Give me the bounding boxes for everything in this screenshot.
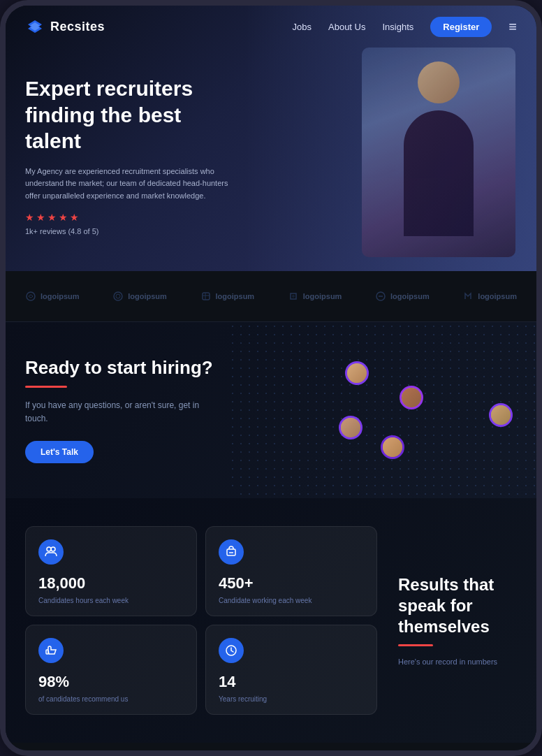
hero-stars: ★ ★ ★ ★ ★	[25, 212, 235, 223]
navbar: Recsites Jobs About Us Insights Register…	[6, 6, 536, 48]
svg-point-7	[47, 547, 51, 551]
map-pin-1	[345, 361, 369, 385]
stat-icon-1	[38, 539, 64, 565]
svg-rect-11	[46, 650, 48, 654]
partner-logo-6: logoipsum	[462, 291, 517, 302]
stat-label-2: Candidate working each week	[219, 596, 364, 606]
nav-insights[interactable]: Insights	[382, 22, 413, 32]
map-pin-2	[400, 386, 423, 409]
stat-card-candidate-working: 450+ Candidate working each week	[205, 526, 377, 616]
logo-area: Recsites	[25, 19, 105, 34]
hiring-underline	[25, 386, 67, 388]
stat-value-4: 14	[219, 673, 364, 691]
nav-jobs[interactable]: Jobs	[293, 22, 312, 32]
pin-face-5	[491, 405, 511, 425]
partner-logo-5: logoipsum	[375, 291, 430, 302]
svg-point-1	[114, 292, 122, 300]
stats-section: 18,000 Candidates hours each week 450+	[6, 498, 536, 743]
stat-label-3: of candidates recommend us	[38, 695, 184, 704]
stats-underline	[398, 644, 433, 646]
hero-section: Recsites Jobs About Us Insights Register…	[6, 6, 536, 271]
map-pin-3	[339, 416, 362, 439]
svg-point-2	[116, 294, 120, 298]
stat-value-2: 450+	[219, 574, 364, 593]
pin-face-2	[402, 388, 421, 407]
stat-icon-2	[219, 539, 244, 565]
stats-text-area: Results that speak for themselves Here's…	[391, 526, 517, 715]
pin-face-4	[383, 437, 402, 457]
register-button[interactable]: Register	[430, 17, 492, 37]
nav-about[interactable]: About Us	[328, 22, 365, 32]
star-3: ★	[47, 212, 57, 223]
hero-person-image	[362, 48, 515, 257]
logo-icon	[25, 19, 45, 34]
nav-links: Jobs About Us Insights Register ≡	[293, 17, 517, 37]
hiring-section: Ready to start hiring? If you have any q…	[6, 322, 536, 498]
star-1: ★	[25, 212, 34, 223]
hero-reviews: 1k+ reviews (4.8 of 5)	[25, 227, 235, 235]
pin-face-3	[341, 418, 360, 437]
tablet-inner: Recsites Jobs About Us Insights Register…	[6, 6, 536, 750]
hero-content: Expert recruiters finding the best talen…	[25, 75, 235, 235]
star-4: ★	[59, 212, 68, 223]
stats-cards-grid: 18,000 Candidates hours each week 450+	[25, 526, 377, 715]
partner-logo-4: logoipsum	[288, 291, 342, 302]
logos-section: logoipsum logoipsum logoipsum logoipsum …	[6, 271, 536, 322]
stats-title: Results that speak for themselves	[398, 574, 517, 637]
hiring-description: If you have any questions, or aren't sur…	[25, 399, 221, 426]
map-pins-container	[218, 322, 536, 498]
svg-rect-3	[203, 293, 210, 300]
partner-logo-1: logoipsum	[25, 291, 80, 302]
menu-icon[interactable]: ≡	[508, 19, 517, 35]
stat-card-recommend: 98% of candidates recommend us	[25, 625, 197, 715]
svg-point-0	[27, 292, 35, 300]
tablet-frame: Recsites Jobs About Us Insights Register…	[0, 0, 542, 756]
hero-title: Expert recruiters finding the best talen…	[25, 75, 235, 154]
hiring-title: Ready to start hiring?	[25, 357, 221, 379]
stat-label-4: Years recruiting	[219, 695, 364, 704]
stat-card-candidates-hours: 18,000 Candidates hours each week	[25, 526, 197, 616]
svg-point-4	[292, 295, 295, 298]
stat-icon-3	[38, 638, 64, 663]
partner-logo-3: logoipsum	[200, 291, 255, 302]
stat-label-1: Candidates hours each week	[38, 596, 184, 606]
lets-talk-button[interactable]: Let's Talk	[25, 441, 94, 463]
star-2: ★	[36, 212, 45, 223]
pin-face-1	[347, 363, 367, 383]
stats-layout: 18,000 Candidates hours each week 450+	[25, 526, 517, 715]
map-pin-4	[381, 435, 404, 459]
stat-value-1: 18,000	[38, 574, 184, 593]
stats-description: Here's our record in numbers	[398, 656, 517, 668]
star-5: ★	[70, 212, 79, 223]
map-pin-5	[489, 403, 513, 427]
stat-card-years: 14 Years recruiting	[205, 625, 377, 715]
hiring-content: Ready to start hiring? If you have any q…	[25, 357, 221, 463]
logo-text: Recsites	[50, 20, 105, 34]
svg-point-8	[51, 547, 55, 551]
stat-value-3: 98%	[38, 673, 184, 691]
hero-description: My Agency are experienced recruitment sp…	[25, 166, 235, 203]
partner-logo-2: logoipsum	[112, 291, 167, 302]
stat-icon-4	[219, 638, 244, 663]
